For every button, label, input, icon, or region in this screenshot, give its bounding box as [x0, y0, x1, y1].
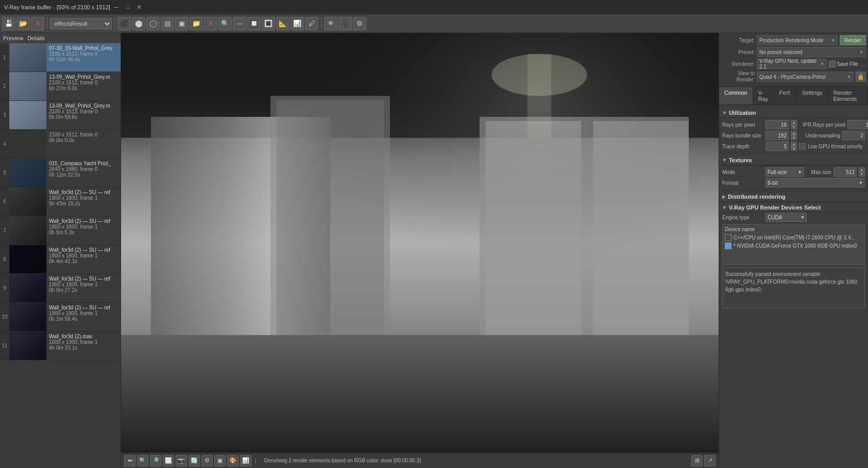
tab-settings[interactable]: Settings [797, 87, 828, 105]
canvas-btn-4[interactable]: ⬜ [163, 455, 174, 466]
rays-per-pixel-row: Rays per pixel ▲ ▼ IPR Rays per pixel ▲ … [722, 120, 865, 129]
target-row: Target: Production Rendering Mode ▼ Rend… [721, 35, 866, 45]
item-thumb [9, 332, 46, 360]
render-item[interactable]: 4 2100 x 1512, frame 0 0h 0m 0.0s [0, 130, 121, 159]
titlebar: V-Ray frame buffer - [50% of 2100 x 1512… [0, 0, 868, 14]
trace-depth-down[interactable]: ▼ [791, 146, 797, 151]
rays-per-pixel-input[interactable] [765, 120, 789, 129]
canvas-btn-10[interactable]: 📊 [240, 455, 251, 466]
popout-btn[interactable]: ↗ [704, 455, 716, 466]
device-header: Device name [725, 227, 862, 232]
view-value: Quad 4 - PhysCamera-Prihol [759, 74, 825, 80]
toolbar-save[interactable]: 💾 [2, 17, 15, 30]
toolbar-btn-1[interactable]: ⬛ [117, 17, 131, 30]
toolbar-btn-4[interactable]: ▤ [161, 17, 174, 30]
target-dropdown[interactable]: Production Rendering Mode ▼ [757, 35, 838, 45]
max-size-up[interactable]: ▲ [859, 167, 865, 172]
undersampling-input[interactable] [842, 131, 865, 140]
utilization-header[interactable]: ▼ Utilization [719, 108, 868, 118]
toolbar-btn-2[interactable]: ⬤ [132, 17, 145, 30]
canvas-btn-5[interactable]: 📷 [176, 455, 187, 466]
max-size-label: Max size [811, 169, 831, 175]
expand-btn[interactable]: ⊞ [691, 455, 703, 466]
undersampling-label: Undersampling [799, 133, 840, 138]
rays-bundle-input[interactable] [765, 131, 789, 140]
save-file-more[interactable]: ... [859, 61, 866, 67]
low-gpu-checkbox[interactable] [799, 143, 806, 150]
canvas-btn-7[interactable]: ⚙ [201, 455, 213, 466]
rays-per-pixel-down[interactable]: ▼ [791, 125, 797, 129]
ipr-rays-input[interactable] [847, 120, 868, 129]
ipr-rays-label: IPR Rays per pixel [799, 122, 845, 128]
canvas-btn-9[interactable]: 🎨 [227, 455, 239, 466]
render-item[interactable]: 9 Wall_for3d (2) — SU — ref 1900 x 1800,… [0, 274, 121, 303]
preset-dropdown[interactable]: No preset selected ▼ [757, 47, 866, 57]
renderer-dropdown[interactable]: V-Ray GPU Next, update 2.1 ▼ [757, 59, 827, 69]
render-item[interactable]: 6 Wall_for3d (2) — SU — ref 1900 x 1800,… [0, 187, 121, 216]
close-button[interactable]: ✕ [134, 2, 144, 12]
rays-per-pixel-up[interactable]: ▲ [791, 120, 797, 125]
toolbar-btn-14[interactable]: 🖊 [305, 17, 318, 30]
toolbar-btn-11[interactable]: 🔳 [262, 17, 275, 30]
toolbar-btn-8[interactable]: 🔍 [218, 17, 232, 30]
maximize-button[interactable]: □ [123, 2, 133, 12]
rays-bundle-down[interactable]: ▼ [791, 135, 797, 140]
toolbar-clear-red[interactable]: ✕ [31, 17, 44, 30]
effects-dropdown[interactable]: effectsResult [50, 18, 112, 29]
view-dropdown[interactable]: Quad 4 - PhysCamera-Prihol ▼ [757, 72, 854, 82]
device-cpu-checkbox[interactable] [725, 234, 731, 241]
canvas-btn-3[interactable]: 🔎 [150, 455, 161, 466]
rays-bundle-up[interactable]: ▲ [791, 131, 797, 135]
tab-vray[interactable]: V-Ray [753, 87, 774, 105]
dist-render-header[interactable]: ▶ Distributed rendering [719, 192, 868, 202]
render-item[interactable]: 11 Wall_for3d (2).max 1000 x 1300, frame… [0, 332, 121, 360]
item-info: Wall_for3d (2) — SU — ref 1900 x 1800, f… [46, 187, 121, 216]
max-size-input[interactable] [833, 167, 857, 177]
item-time: 6h 52m 46.4s [49, 57, 118, 62]
max-size-down[interactable]: ▼ [859, 172, 865, 177]
device-gpu-checkbox[interactable] [725, 242, 731, 249]
item-thumb [9, 130, 46, 158]
canvas-btn-1[interactable]: ⬅ [124, 455, 135, 466]
render-item[interactable]: 8 Wall_for3d (2) — SU — ref 1900 x 1800,… [0, 245, 121, 274]
tab-render-elements[interactable]: Render Elements [828, 87, 868, 105]
gpu-devices-header[interactable]: ▼ V-Ray GPU Render Devices Select [719, 203, 868, 213]
canvas-btn-6[interactable]: 🔄 [189, 455, 200, 466]
lock-button[interactable]: 🔒 [856, 72, 866, 82]
toolbar-settings[interactable]: ⚙ [353, 17, 366, 30]
trace-depth-up[interactable]: ▲ [791, 142, 797, 146]
engine-dropdown[interactable]: CUDA ▼ [765, 213, 807, 222]
render-button[interactable]: Render [840, 35, 866, 45]
item-thumb [9, 187, 46, 216]
toolbar-btn-6[interactable]: 📁 [190, 17, 203, 30]
toolbar-btn-5[interactable]: ▣ [175, 17, 189, 30]
canvas-btn-2[interactable]: 🔍 [137, 455, 148, 466]
tab-perf[interactable]: Perf. [774, 87, 797, 105]
item-info: Wall_for3d (2).max 1000 x 1300, frame 1 … [46, 332, 121, 360]
canvas-btn-8[interactable]: ▣ [214, 455, 226, 466]
toolbar-btn-3[interactable]: ◯ [146, 17, 160, 30]
toolbar-open[interactable]: 📂 [16, 17, 30, 30]
render-item[interactable]: 5 015_Compass Yacht Pool_ 2640 x 1980, f… [0, 159, 121, 187]
tab-common[interactable]: Common [719, 87, 753, 105]
right-tabs: Common V-Ray Perf. Settings Render Eleme… [719, 87, 868, 105]
render-item[interactable]: 3 13-09_Wall_Prihol_Grey.m 2100 x 1512, … [0, 101, 121, 130]
toolbar-stereo[interactable]: 👁 [324, 17, 337, 30]
render-item[interactable]: 7 Wall_for3d (2) — SU — ref 1900 x 1800,… [0, 216, 121, 245]
toolbar-btn-10[interactable]: 🔲 [247, 17, 261, 30]
render-item[interactable]: 1 07-30_19-Wall_Prihol_Grey. 2100 x 1512… [0, 43, 121, 72]
format-value: 8-bit [768, 180, 777, 186]
toolbar-btn-12[interactable]: 📐 [276, 17, 290, 30]
format-select[interactable]: 8-bit ▼ [765, 178, 865, 187]
render-item[interactable]: 2 13-09_Wall_Prihol_Grey.m 2100 x 1512, … [0, 72, 121, 101]
save-file-checkbox[interactable] [829, 61, 836, 67]
mode-select[interactable]: Full-size ▼ [765, 167, 804, 177]
toolbar-btn-13[interactable]: 📊 [291, 17, 304, 30]
render-item[interactable]: 10 Wall_for3d (2) — SU — ref 1900 x 1800… [0, 303, 121, 332]
trace-depth-input[interactable] [765, 142, 789, 151]
toolbar-btn-7[interactable]: ✕ [204, 17, 217, 30]
minimize-button[interactable]: ─ [111, 2, 122, 12]
textures-header[interactable]: ▼ Textures [719, 155, 868, 165]
toolbar-camera[interactable]: 🎥 [338, 17, 352, 30]
toolbar-btn-9[interactable]: ↔ [233, 17, 246, 30]
